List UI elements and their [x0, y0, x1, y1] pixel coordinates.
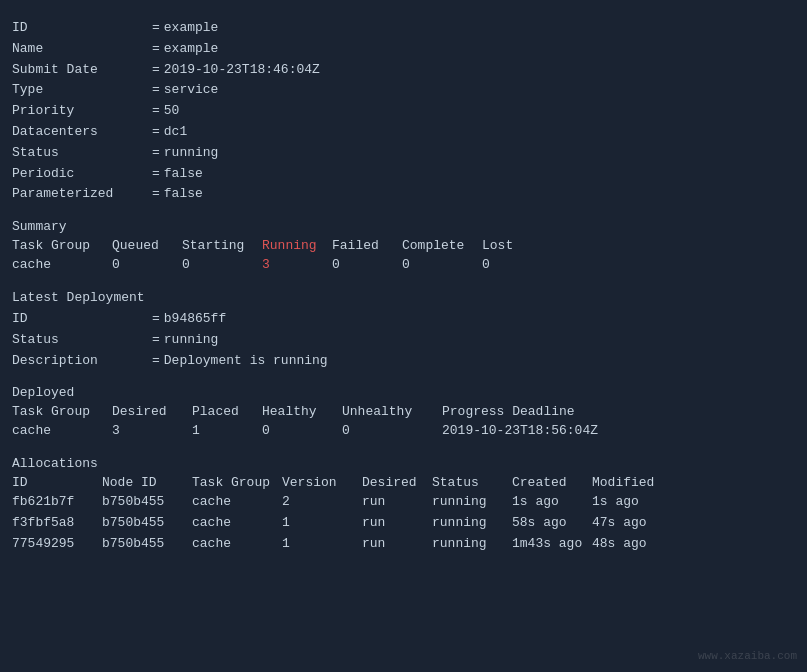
deployed-col-healthy: Healthy: [262, 404, 342, 419]
kv-row: Parameterized = false: [12, 184, 795, 205]
allocations-header: ID Node ID Task Group Version Desired St…: [12, 475, 795, 490]
kv-key: Datacenters: [12, 122, 152, 143]
deploy-kv-equals: =: [152, 309, 160, 330]
alloc-cell-id: 77549295: [12, 534, 102, 555]
alloc-cell-status: running: [432, 534, 512, 555]
summary-col-failed: Failed: [332, 238, 402, 253]
alloc-cell-nodeid: b750b455: [102, 513, 192, 534]
kv-row: Datacenters = dc1: [12, 122, 795, 143]
alloc-cell-created: 1s ago: [512, 492, 592, 513]
summary-cell-starting: 0: [182, 255, 262, 276]
alloc-cell-id: f3fbf5a8: [12, 513, 102, 534]
kv-row: Name = example: [12, 39, 795, 60]
deployed-cell-taskgroup: cache: [12, 421, 112, 442]
deployed-cell-progress: 2019-10-23T18:56:04Z: [442, 421, 622, 442]
alloc-cell-status: running: [432, 492, 512, 513]
kv-row: Type = service: [12, 80, 795, 101]
summary-col-complete: Complete: [402, 238, 482, 253]
alloc-col-status: Status: [432, 475, 512, 490]
alloc-cell-desired: run: [362, 534, 432, 555]
deployed-cell-unhealthy: 0: [342, 421, 442, 442]
deployed-col-progress: Progress Deadline: [442, 404, 622, 419]
allocation-row: fb621b7f b750b455 cache 2 run running 1s…: [12, 492, 795, 513]
deploy-kv-value: b94865ff: [164, 309, 226, 330]
kv-key: ID: [12, 18, 152, 39]
kv-equals: =: [152, 122, 160, 143]
kv-equals: =: [152, 18, 160, 39]
kv-key: Status: [12, 143, 152, 164]
kv-row: Status = running: [12, 143, 795, 164]
kv-value: service: [164, 80, 219, 101]
deployment-title: Latest Deployment: [12, 290, 795, 305]
alloc-col-nodeid: Node ID: [102, 475, 192, 490]
terminal: ID = example Name = example Submit Date …: [0, 0, 807, 672]
alloc-col-modified: Modified: [592, 475, 672, 490]
alloc-cell-modified: 48s ago: [592, 534, 672, 555]
kv-value: 2019-10-23T18:46:04Z: [164, 60, 320, 81]
kv-row: Periodic = false: [12, 164, 795, 185]
alloc-cell-id: fb621b7f: [12, 492, 102, 513]
summary-col-lost: Lost: [482, 238, 532, 253]
kv-key: Parameterized: [12, 184, 152, 205]
summary-col-running: Running: [262, 238, 332, 253]
kv-value: example: [164, 39, 219, 60]
kv-key: Periodic: [12, 164, 152, 185]
alloc-col-desired: Desired: [362, 475, 432, 490]
kv-row: ID = example: [12, 18, 795, 39]
deploy-kv-value: running: [164, 330, 219, 351]
alloc-col-version: Version: [282, 475, 362, 490]
summary-cell-taskgroup: cache: [12, 255, 112, 276]
allocation-row: 77549295 b750b455 cache 1 run running 1m…: [12, 534, 795, 555]
kv-value: false: [164, 164, 203, 185]
summary-rows: cache 0 0 3 0 0 0: [12, 255, 795, 276]
alloc-cell-modified: 1s ago: [592, 492, 672, 513]
kv-equals: =: [152, 164, 160, 185]
deployed-rows: cache 3 1 0 0 2019-10-23T18:56:04Z: [12, 421, 795, 442]
alloc-col-created: Created: [512, 475, 592, 490]
alloc-cell-nodeid: b750b455: [102, 534, 192, 555]
kv-equals: =: [152, 184, 160, 205]
alloc-cell-taskgroup: cache: [192, 492, 282, 513]
summary-col-taskgroup: Task Group: [12, 238, 112, 253]
deployed-cell-desired: 3: [112, 421, 192, 442]
deployed-header: Task Group Desired Placed Healthy Unheal…: [12, 404, 795, 419]
summary-cell-running: 3: [262, 255, 332, 276]
deployed-col-unhealthy: Unhealthy: [342, 404, 442, 419]
kv-equals: =: [152, 39, 160, 60]
allocations-title: Allocations: [12, 456, 795, 471]
alloc-cell-modified: 47s ago: [592, 513, 672, 534]
key-value-section: ID = example Name = example Submit Date …: [12, 18, 795, 205]
deployed-cell-healthy: 0: [262, 421, 342, 442]
kv-row: Priority = 50: [12, 101, 795, 122]
alloc-cell-version: 1: [282, 513, 362, 534]
deployed-title: Deployed: [12, 385, 795, 400]
kv-value: 50: [164, 101, 180, 122]
deployed-row: cache 3 1 0 0 2019-10-23T18:56:04Z: [12, 421, 795, 442]
deploy-kv-key: Status: [12, 330, 152, 351]
alloc-cell-version: 1: [282, 534, 362, 555]
kv-equals: =: [152, 101, 160, 122]
alloc-cell-created: 58s ago: [512, 513, 592, 534]
summary-header: Task Group Queued Starting Running Faile…: [12, 238, 795, 253]
alloc-col-id: ID: [12, 475, 102, 490]
kv-value: example: [164, 18, 219, 39]
summary-title: Summary: [12, 219, 795, 234]
alloc-cell-version: 2: [282, 492, 362, 513]
kv-equals: =: [152, 143, 160, 164]
summary-col-queued: Queued: [112, 238, 182, 253]
kv-row: Submit Date = 2019-10-23T18:46:04Z: [12, 60, 795, 81]
alloc-cell-desired: run: [362, 492, 432, 513]
kv-value: false: [164, 184, 203, 205]
deployed-col-taskgroup: Task Group: [12, 404, 112, 419]
deploy-kv-key: ID: [12, 309, 152, 330]
summary-cell-lost: 0: [482, 255, 532, 276]
deployed-col-placed: Placed: [192, 404, 262, 419]
allocation-row: f3fbf5a8 b750b455 cache 1 run running 58…: [12, 513, 795, 534]
allocation-rows: fb621b7f b750b455 cache 2 run running 1s…: [12, 492, 795, 554]
summary-col-starting: Starting: [182, 238, 262, 253]
kv-value: running: [164, 143, 219, 164]
kv-key: Priority: [12, 101, 152, 122]
summary-cell-queued: 0: [112, 255, 182, 276]
deploy-kv-equals: =: [152, 351, 160, 372]
deploy-kv-row: Description = Deployment is running: [12, 351, 795, 372]
